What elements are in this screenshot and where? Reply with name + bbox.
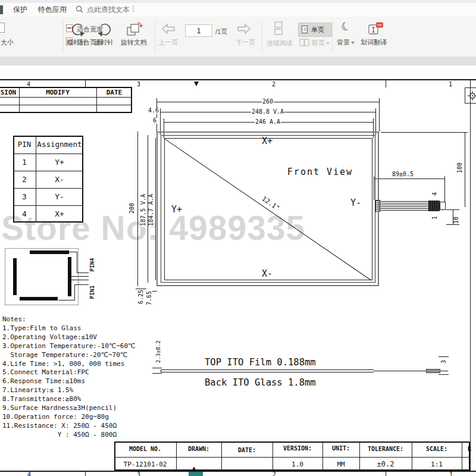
dim-width-va: 248.8 V.A (251, 109, 284, 115)
next-page-icon[interactable] (236, 23, 252, 35)
table-border (114, 457, 470, 458)
rotate-clockwise-icon[interactable] (69, 22, 86, 37)
table-border (13, 188, 83, 189)
electrode-label-top: X+ (262, 137, 273, 146)
dimension-tick (439, 356, 449, 357)
pin-cell: 2 (22, 176, 27, 183)
single-page-label: 单页 (311, 26, 324, 35)
table-border (322, 441, 323, 471)
menu-featured-apps[interactable]: 特色应用 (38, 5, 67, 15)
extension-line (379, 98, 380, 131)
toolbar-separator (155, 20, 155, 52)
table-border (176, 441, 177, 471)
lead-line (74, 284, 89, 285)
chevron-down-icon (351, 42, 355, 44)
dimension-tick (446, 224, 459, 225)
dim-offset: 4.6 (148, 108, 159, 114)
target-icon (468, 91, 476, 101)
translate-button[interactable]: 划词翻译 (361, 38, 387, 47)
toolbar-separator (63, 20, 64, 52)
rotate-document-icon[interactable] (126, 21, 143, 37)
pin-cell: 4 (22, 210, 27, 218)
grid-number: 2 (272, 82, 275, 87)
fpc-connector-tip (440, 202, 446, 210)
grid-number: 1 (449, 82, 452, 87)
fpc-wire (380, 210, 428, 211)
lead-line (71, 276, 89, 277)
table-border (273, 441, 273, 471)
sheet-border (0, 79, 476, 80)
dim-offset-bottom: 6.25 (138, 289, 144, 305)
note-line: 1.Type:Film to Glass (2, 324, 135, 333)
pin4-label: PIN4 (89, 258, 95, 273)
app-window: 保护 特色应用 点此查找文本 ⋮ 大小 适合宽度 适合页面 顺时针 逆时针 旋转… (0, 0, 476, 476)
grid-number: 1 (449, 472, 453, 476)
dimension-tick (152, 373, 162, 374)
fpc-wire (380, 208, 428, 209)
note-line: 3.Operation Temperature:-10℃~60℃ (2, 342, 135, 351)
side-view-connector (426, 369, 440, 373)
pin-header: PIN (18, 141, 32, 149)
rotate-counterclockwise-button[interactable]: 逆时针 (94, 38, 114, 47)
fpc-pin1-label: 1 (432, 215, 438, 220)
background-moon-icon[interactable]: ☾ (339, 18, 353, 35)
dim-offset-bottom: 7.65 (146, 290, 152, 306)
actual-size-icon[interactable] (0, 23, 5, 33)
note-line: 9.Surface Hardness≥3H(pencil) (2, 404, 135, 413)
electrode-bar-bottom (20, 297, 58, 300)
note-line: 5.Connect Material:FPC (2, 368, 135, 377)
dim-offset: 6 (152, 118, 157, 124)
tab-icon[interactable] (0, 5, 3, 14)
rotate-clockwise-button[interactable]: 顺时针 (67, 38, 86, 47)
unit-value: MM (337, 461, 345, 468)
dim-height: 200 (129, 202, 135, 214)
translate-icon[interactable] (368, 22, 384, 36)
fpc-wire (380, 203, 428, 203)
pin-cell: 1 (22, 158, 27, 166)
menu-bar: 保护 特色应用 点此查找文本 ⋮ (0, 0, 476, 17)
rotate-counterclockwise-icon[interactable] (96, 22, 114, 37)
fpc-wire (380, 205, 428, 205)
fpc-connector (428, 201, 440, 211)
menu-protect[interactable]: 保护 (13, 5, 27, 15)
sheet-border (0, 471, 476, 472)
note-line: 4.Life Time: >1, 000, 000 times (2, 360, 135, 369)
search-input[interactable]: 点此查找文本 (87, 5, 130, 15)
continuous-read-icon[interactable] (272, 21, 285, 36)
dim-fpc-length: 89±0.5 (392, 171, 414, 177)
table-border (13, 205, 83, 206)
background-button[interactable]: 背景 (337, 38, 355, 47)
grid-number: 3 (137, 82, 140, 87)
double-page-button[interactable]: 双页 (312, 39, 330, 48)
toolbar: 大小 适合宽度 适合页面 顺时针 逆时针 旋转文档 上一页 /1页 下一页 连续… (0, 17, 476, 57)
single-page-button[interactable]: 单页 (298, 23, 332, 37)
electrode-label-right: Y- (350, 199, 361, 208)
more-menu-icon[interactable]: ⋮ (130, 5, 137, 13)
unit-header: UNIT: (332, 446, 350, 452)
rotate-document-button[interactable]: 旋转文档 (121, 38, 147, 47)
page-number-input[interactable] (185, 24, 212, 37)
continuous-read-button[interactable]: 连续阅读 (267, 39, 293, 48)
dim-fpc-position: 100 (457, 162, 463, 174)
previous-page-icon[interactable] (161, 23, 176, 35)
note-line: 2.Operating Voltage:≤10V (2, 333, 135, 342)
table-border (0, 105, 132, 105)
table-border (359, 441, 360, 471)
dim-height-va: 187.5 V.A (140, 193, 146, 227)
lead-line (77, 273, 89, 273)
grid-number: 3 (137, 472, 140, 476)
date-header: DATE: (238, 447, 256, 453)
tolerance-value: ±0.2 (377, 461, 394, 468)
previous-page-button[interactable]: 上一页 (158, 38, 178, 47)
pin-cell: X- (55, 176, 64, 183)
note-line: Storage Temperature:-20℃~70℃ (2, 351, 135, 360)
size-label[interactable]: 大小 (1, 38, 14, 47)
pin1-label: PIN1 (89, 285, 95, 300)
table-border (13, 171, 83, 171)
double-page-icon[interactable] (299, 39, 309, 46)
dim-connector: 3 (441, 359, 447, 364)
next-page-button[interactable]: 下一页 (236, 38, 255, 47)
table-border (0, 97, 132, 98)
film-layer-label: TOP ITO Film 0.188mm (205, 358, 316, 368)
search-icon[interactable] (76, 5, 83, 13)
